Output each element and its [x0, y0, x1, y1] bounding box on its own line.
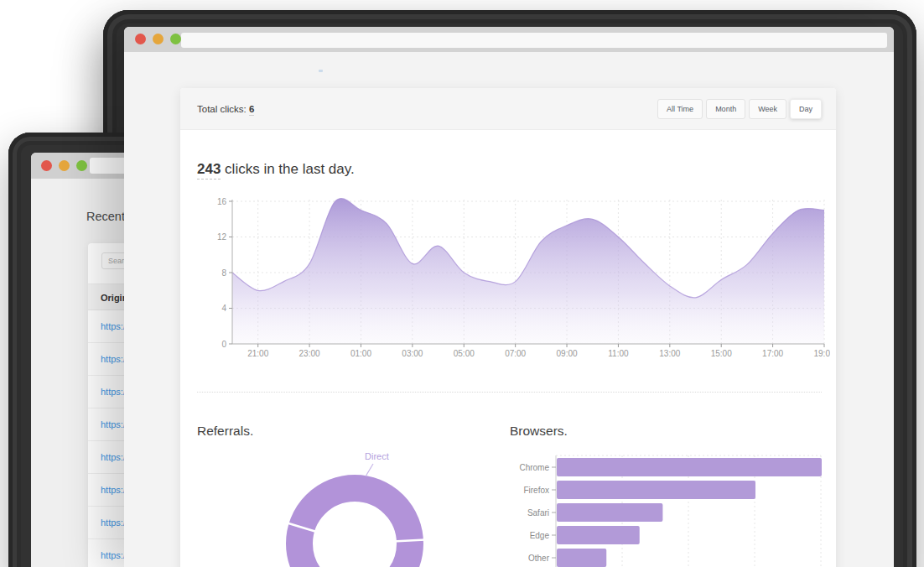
svg-text:Safari: Safari: [527, 508, 549, 518]
svg-text:0: 0: [221, 340, 226, 349]
donut-segment-label-direct: Direct: [365, 451, 389, 461]
range-button-month[interactable]: Month: [706, 99, 745, 119]
browsers-bar-chart: ChromeFirefoxSafariEdgeOther: [503, 451, 836, 567]
svg-text:11:00: 11:00: [608, 349, 629, 358]
section-divider: [197, 392, 822, 393]
svg-text:01:00: 01:00: [350, 349, 371, 358]
range-button-week[interactable]: Week: [749, 99, 786, 119]
svg-text:07:00: 07:00: [505, 349, 526, 358]
svg-text:12: 12: [217, 232, 227, 242]
clicks-count: 243: [197, 161, 221, 179]
svg-text:09:00: 09:00: [557, 349, 578, 358]
main-window: Total clicks: 6 All Time Month Week Day …: [124, 27, 894, 567]
donut-ring: [277, 449, 470, 567]
referrals-heading: Referrals.: [197, 424, 253, 439]
range-button-day[interactable]: Day: [790, 99, 822, 119]
minimize-button-icon[interactable]: [59, 160, 70, 171]
svg-text:19:00: 19:00: [813, 349, 830, 358]
svg-text:13:00: 13:00: [659, 349, 680, 358]
clicks-headline-text: clicks in the last day.: [221, 161, 354, 177]
close-button-icon[interactable]: [41, 160, 52, 171]
main-window-titlebar: [124, 27, 894, 52]
recent-links-heading: Recent: [86, 210, 125, 223]
svg-text:21:00: 21:00: [247, 349, 268, 358]
range-button-all-time[interactable]: All Time: [657, 99, 703, 119]
minimize-button-icon[interactable]: [153, 34, 164, 44]
svg-text:Edge: Edge: [530, 531, 550, 540]
svg-text:17:00: 17:00: [762, 349, 783, 358]
browsers-heading: Browsers.: [510, 424, 568, 439]
analytics-panel: Total clicks: 6 All Time Month Week Day …: [180, 88, 836, 567]
total-clicks-label: Total clicks: 6: [197, 104, 254, 114]
clicks-area-chart: 048121621:0023:0001:0003:0005:0007:0009:…: [210, 195, 830, 363]
svg-text:Chrome: Chrome: [519, 463, 549, 472]
zoom-button-icon[interactable]: [76, 160, 87, 171]
svg-text:05:00: 05:00: [454, 349, 475, 358]
url-bar[interactable]: [181, 33, 887, 48]
svg-text:Other: Other: [528, 554, 550, 563]
svg-text:16: 16: [217, 197, 227, 206]
svg-text:Firefox: Firefox: [523, 486, 549, 495]
range-button-group: All Time Month Week Day: [657, 99, 822, 119]
svg-text:23:00: 23:00: [299, 349, 320, 358]
referrals-donut-chart: Direct: [277, 449, 470, 567]
svg-text:03:00: 03:00: [402, 349, 423, 358]
zoom-button-icon[interactable]: [170, 34, 181, 44]
svg-text:4: 4: [221, 304, 226, 313]
total-clicks-value: 6: [249, 104, 254, 116]
page-artifact-dot: [319, 70, 323, 72]
panel-header: Total clicks: 6 All Time Month Week Day: [180, 88, 836, 130]
total-clicks-text: Total clicks:: [197, 104, 247, 114]
svg-text:15:00: 15:00: [711, 349, 732, 358]
close-button-icon[interactable]: [135, 34, 146, 44]
svg-text:8: 8: [221, 268, 226, 278]
clicks-headline: 243 clicks in the last day.: [197, 161, 355, 178]
